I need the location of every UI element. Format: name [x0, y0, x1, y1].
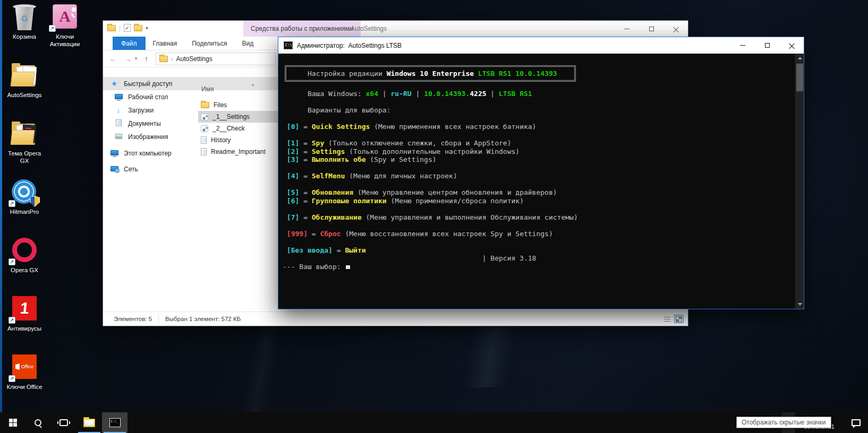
close-button[interactable] [779, 37, 804, 54]
desktop-icon-hitmanpro[interactable]: ↗HitmanPro [4, 178, 45, 215]
cmd-icon: C:\ [284, 41, 293, 49]
file-name: _1__Settings [212, 113, 250, 120]
console-line [283, 164, 795, 172]
maximize-button[interactable] [755, 37, 779, 54]
cmd-icon: C:\_ [109, 418, 121, 427]
minimize-button[interactable] [730, 37, 755, 54]
new-folder-icon[interactable] [134, 25, 142, 31]
console-line: [999] = Сброс (Меню восстановления всех … [283, 230, 795, 238]
desktop-icon-office-keys[interactable]: Office↗Ключи Office [4, 353, 45, 391]
console-line [283, 238, 795, 246]
icons-view-icon [676, 317, 682, 322]
desktop-icon-label: Ключи Office [4, 383, 45, 391]
taskbar-file-explorer-button[interactable] [76, 412, 102, 433]
sort-ascending-icon[interactable]: ▲ [251, 82, 255, 87]
scrollbar-thumb[interactable] [796, 64, 803, 91]
tab-file[interactable]: Файл [113, 37, 146, 50]
start-button[interactable] [0, 412, 25, 433]
close-button[interactable] [663, 21, 688, 37]
file-row-Readme_Important[interactable]: Readme_Important [198, 146, 288, 158]
scroll-up-icon[interactable] [795, 54, 804, 63]
breadcrumb[interactable]: AutoSettings [176, 55, 212, 63]
network-icon [109, 166, 119, 173]
file-row-Files[interactable]: Files [198, 99, 288, 111]
sidebar-item-label: Быстрый доступ [124, 80, 172, 88]
tab-home[interactable]: Главная [146, 37, 185, 50]
sidebar-item-label: Документы [128, 120, 161, 127]
desktop-icon-antiviruses[interactable]: 1↗Антивирусы [4, 295, 45, 332]
close-icon [789, 42, 795, 48]
tab-share[interactable]: Поделиться [184, 37, 234, 50]
console-titlebar[interactable]: C:\ Администратор: AutoSettings LTSB [278, 37, 804, 54]
minimize-button[interactable] [615, 21, 639, 37]
shortcut-arrow-icon: ↗ [8, 258, 15, 265]
antiviruses-icon: 1↗ [10, 295, 39, 323]
desktop-icon-opera-gx[interactable]: ↗Opera GX [4, 237, 45, 274]
maximize-button[interactable] [639, 21, 663, 37]
console-line [283, 57, 795, 65]
office-keys-icon: Office↗ [10, 353, 39, 381]
console-line [283, 82, 795, 90]
properties-icon[interactable]: ✓ [124, 24, 131, 32]
quick-access-toolbar: | ✓ ▾ [107, 24, 148, 32]
hitmanpro-icon: ↗ [10, 178, 39, 206]
console-header-box: Настройка редакции Windows 10 Enterprise… [285, 65, 576, 82]
action-center-button[interactable] [844, 412, 868, 433]
column-header-name[interactable]: Имя [201, 85, 214, 93]
desktop-icon-opera-gx-theme[interactable]: Тема Opera GX [4, 120, 45, 164]
desktop-icon-recycle-bin[interactable]: ♻Корзина [4, 3, 45, 40]
console-line: | Версия 3.18 [283, 254, 795, 263]
desktop-icon-label: Тема Opera GX [4, 150, 45, 164]
forward-icon[interactable]: → [124, 54, 132, 63]
shortcut-arrow-icon: ↗ [8, 200, 15, 207]
history-dropdown-icon[interactable]: ▼ [134, 56, 138, 61]
up-icon[interactable]: ↑ [144, 55, 148, 63]
console-output[interactable]: Настройка редакции Windows 10 Enterprise… [278, 54, 795, 309]
console-line [283, 221, 795, 230]
file-list: Files_1__Settings_2__CheckHistoryReadme_… [198, 99, 288, 158]
computer-icon [109, 150, 119, 157]
recycle-bin-icon: ♻ [10, 3, 39, 31]
address-bar[interactable]: › AutoSettings [156, 53, 276, 65]
console-line [283, 115, 795, 123]
explorer-titlebar[interactable]: | ✓ ▾ Средства работы с приложениями Aut… [103, 21, 688, 37]
scrollbar[interactable] [795, 54, 804, 309]
console-line: [2] = Settings (Только дополнительные на… [283, 148, 795, 156]
task-view-icon [59, 419, 68, 426]
view-buttons [662, 315, 684, 323]
file-row-History[interactable]: History [198, 134, 288, 146]
desktop-icon-label: HitmanPro [4, 208, 45, 215]
maximize-icon [649, 27, 654, 31]
desktop-icon-activation-keys[interactable]: A↗Ключи Активации [45, 3, 85, 48]
sidebar-item-quick-access[interactable]: ★Быстрый доступ [103, 77, 290, 90]
tooltip: Отображать скрытые значки [736, 417, 831, 428]
desktop-icon-autosettings-folder[interactable]: AutoSettings [4, 62, 45, 99]
file-row-_1__Settings[interactable]: _1__Settings [198, 111, 288, 123]
windows-logo-icon [9, 419, 17, 427]
sidebar-item-network[interactable]: Сеть [103, 162, 290, 176]
console-window-controls [730, 37, 804, 54]
icons-view-button[interactable] [674, 315, 684, 323]
status-item-count: Элементов: 5 [103, 316, 158, 322]
wallpaper-edge-glow [0, 0, 2, 412]
scroll-down-icon[interactable] [795, 300, 804, 309]
console-line: [4] = SelfMenu (Меню для личных настроек… [283, 172, 795, 180]
recycle-icon: ♻ [20, 13, 28, 24]
status-selection: Выбран 1 элемент: 572 КБ [159, 316, 247, 322]
folder-icon[interactable] [107, 25, 116, 31]
details-view-button[interactable] [662, 315, 672, 323]
qat-customize-icon[interactable]: ▾ [146, 25, 148, 31]
task-view-button[interactable] [51, 412, 76, 433]
file-row-_2__Check[interactable]: _2__Check [198, 123, 288, 134]
back-icon[interactable]: ← [109, 54, 117, 63]
activation-keys-icon: A↗ [50, 3, 80, 31]
console-line [283, 205, 795, 213]
tab-view[interactable]: Вид [234, 37, 261, 50]
search-button[interactable] [25, 412, 51, 433]
console-line: [0] = Quick Settings (Меню применения вс… [283, 123, 795, 131]
taskbar-console-button[interactable]: C:\_ [102, 412, 127, 433]
desktop-icon-label: AutoSettings [4, 91, 45, 99]
sidebar-item-label: Сеть [124, 166, 138, 173]
contextual-ribbon-tab[interactable]: Средства работы с приложениями [243, 21, 361, 37]
console-line [283, 98, 795, 107]
